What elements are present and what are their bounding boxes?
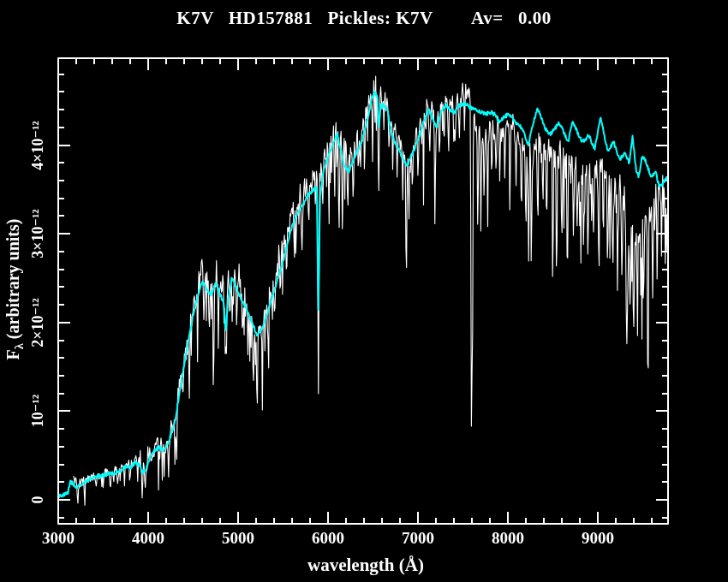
x-tick-label-8000: 8000 — [492, 529, 524, 548]
y-axis-label: Fλ (arbitrary units) — [3, 219, 27, 360]
y-tick-label-4: 4×10⁻¹² — [28, 121, 47, 170]
y-axis-label-units: (arbitrary units) — [3, 219, 22, 344]
plot-title: K7V HD157881 Pickles: K7V Av= 0.00 — [176, 8, 551, 29]
x-tick-label-7000: 7000 — [402, 529, 434, 548]
x-tick-label-5000: 5000 — [222, 529, 254, 548]
y-tick-label-0: 0 — [29, 496, 47, 504]
x-tick-label-6000: 6000 — [312, 529, 344, 548]
x-tick-label-9000: 9000 — [582, 529, 614, 548]
spectrum-plot-window: K7V HD157881 Pickles: K7V Av= 0.00 30004… — [0, 0, 728, 582]
y-tick-label-2: 2×10⁻¹² — [28, 298, 47, 347]
y-axis-label-symbol: F — [3, 349, 22, 359]
x-tick-label-4000: 4000 — [132, 529, 164, 548]
x-tick-label-3000: 3000 — [42, 529, 75, 548]
spectrum-plot-canvas — [0, 0, 728, 582]
y-tick-label-3: 3×10⁻¹² — [28, 209, 47, 258]
y-tick-label-1: 10⁻¹² — [28, 395, 47, 427]
x-axis-label: wavelength (Å) — [307, 555, 424, 576]
y-axis-label-subscript: λ — [12, 343, 26, 349]
